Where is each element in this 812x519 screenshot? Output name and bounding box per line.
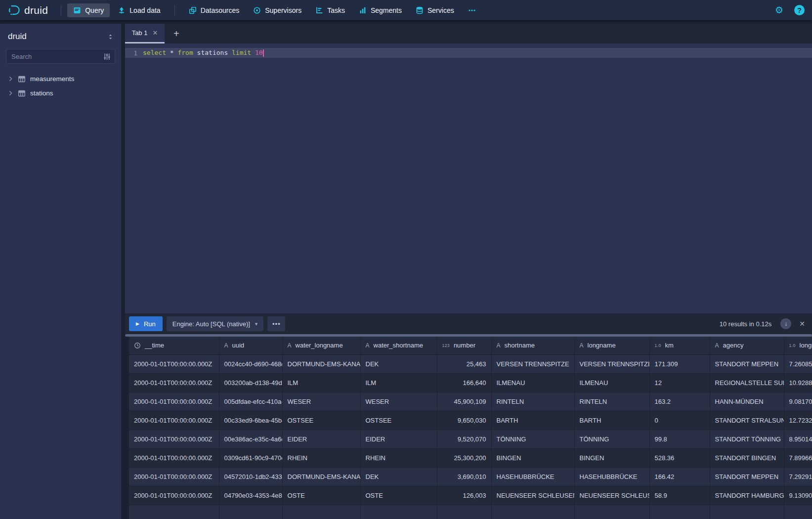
navbar-item-more[interactable]: [462, 3, 482, 17]
new-tab-button[interactable]: +: [173, 28, 179, 40]
sql-query-text: select * from stations limit 10: [143, 49, 264, 57]
navbar-item-label: Query: [85, 6, 104, 14]
services-icon: [416, 6, 424, 14]
cell-agency: REGIONALSTELLE SUHL: [710, 373, 784, 392]
cell-number: 9,650,030: [437, 411, 491, 430]
cell-longitude: 9.081704: [784, 392, 812, 411]
sidebar-table-stations[interactable]: stations: [6, 86, 115, 100]
cell-agency: STANDORT MEPPEN: [710, 467, 784, 486]
cell-water_shortname: DEK: [360, 467, 437, 486]
cell-agency: STANDORT HAMBURG: [710, 486, 784, 505]
column-header-agency[interactable]: Aagency: [710, 337, 784, 354]
cell-number: 9,520,070: [437, 430, 491, 448]
cell-number: 25,463: [437, 354, 491, 373]
cell-km: 528.36: [649, 448, 710, 467]
cell-water_longname: OSTE: [282, 486, 360, 505]
table-icon: [18, 89, 26, 97]
column-header-uuid[interactable]: Auuid: [219, 337, 282, 354]
navbar-item-supervisors[interactable]: Supervisors: [247, 3, 307, 17]
column-header-water_longname[interactable]: Awater_longname: [282, 337, 360, 354]
schema-selector[interactable]: druid: [6, 31, 115, 42]
table-row: 2000-01-01T00:00:00.000Z005dfdae-efcc-41…: [129, 392, 812, 411]
druid-logo[interactable]: druid: [7, 3, 48, 17]
cell-water_shortname: DEK: [360, 354, 437, 373]
column-name: longitude: [800, 342, 812, 349]
sidebar-divider[interactable]: [121, 24, 125, 519]
cell-water_longname: EIDER: [282, 430, 360, 448]
cell-longitude: 9.130902: [784, 486, 812, 505]
nav-divider: [174, 5, 175, 16]
chevron-right-icon[interactable]: [8, 76, 13, 82]
chevron-right-icon[interactable]: [8, 90, 13, 96]
results-left-strip: [125, 337, 129, 519]
double-caret-sort-icon[interactable]: [107, 33, 114, 41]
cell-longitude: 7.292915: [784, 467, 812, 486]
table-label: stations: [30, 89, 53, 97]
cell-water_longname: ILM: [282, 373, 360, 392]
clock-icon: [134, 342, 141, 349]
segments-icon: [359, 6, 367, 14]
cell-water_shortname: OSTE: [360, 486, 437, 505]
cell-km: 0: [649, 411, 710, 430]
navbar-item-label: Load data: [129, 6, 160, 14]
cell-number: 25,300,200: [437, 448, 491, 467]
string-type-icon: A: [224, 342, 228, 349]
string-type-icon: A: [288, 342, 292, 349]
sidebar-table-measurements[interactable]: measurements: [6, 72, 115, 86]
sql-editor[interactable]: 1 select * from stations limit 10: [125, 43, 812, 313]
settings-gear-icon[interactable]: ⚙: [775, 5, 783, 15]
cell-water_shortname: WESER: [360, 392, 437, 411]
schema-title: druid: [8, 32, 27, 42]
cell-water_longname: DORTMUND-EMS-KANA: [282, 467, 360, 486]
cell-longitude: [784, 505, 812, 519]
column-header-number[interactable]: 123number: [437, 337, 491, 354]
navbar-item-load-data[interactable]: Load data: [112, 3, 166, 17]
download-results-icon[interactable]: ↓: [780, 318, 791, 329]
cell-number: 45,900,109: [437, 392, 491, 411]
float-type-icon: 1.0: [655, 343, 661, 348]
schema-sidebar: druid measurementsstations: [0, 24, 121, 519]
column-header-shortname[interactable]: Ashortname: [491, 337, 574, 354]
column-header-__time[interactable]: __time: [129, 337, 219, 354]
query-icon: [73, 6, 81, 14]
column-header-longitude[interactable]: 1.0longitude: [784, 337, 812, 354]
float-type-icon: 1.0: [789, 343, 796, 348]
help-icon[interactable]: ?: [794, 5, 805, 15]
string-type-icon: A: [580, 342, 584, 349]
column-header-longname[interactable]: Alongname: [574, 337, 649, 354]
navbar-item-segments[interactable]: Segments: [353, 3, 408, 17]
cell-water_shortname: OSTSEE: [360, 411, 437, 430]
column-header-water_shortname[interactable]: Awater_shortname: [360, 337, 437, 354]
table-row: 2000-01-01T00:00:00.000Z00e386ac-e35c-4a…: [129, 430, 812, 448]
top-navbar: druid QueryLoad dataDatasourcesSuperviso…: [0, 0, 812, 20]
navbar-item-services[interactable]: Services: [410, 3, 460, 17]
filter-sliders-icon[interactable]: [103, 52, 111, 63]
search-input[interactable]: [6, 49, 115, 64]
cell-km: 166.42: [649, 467, 710, 486]
nav-divider: [61, 5, 61, 16]
tab-close-icon[interactable]: ✕: [152, 29, 158, 37]
run-button[interactable]: ▶ Run: [129, 316, 163, 331]
column-name: __time: [145, 342, 164, 349]
datasources-icon: [189, 6, 197, 14]
cell-longname: [574, 505, 649, 519]
cell-agency: STANDORT BINGEN: [710, 448, 784, 467]
cell-longname: HASEHUBBRÜCKE: [574, 467, 649, 486]
column-header-km[interactable]: 1.0km: [649, 337, 710, 354]
navbar-item-datasources[interactable]: Datasources: [183, 3, 246, 17]
tab-label: Tab 1: [132, 29, 148, 37]
engine-select[interactable]: Engine: Auto [SQL (native)] ▾: [167, 316, 264, 331]
navbar-item-query[interactable]: Query: [67, 3, 110, 17]
table-label: measurements: [30, 75, 74, 83]
cell-uuid: 0024cc40-d690-468d-84: [219, 354, 282, 373]
close-results-icon[interactable]: ✕: [799, 320, 805, 328]
tab-query-1[interactable]: Tab 1 ✕: [125, 24, 165, 43]
run-label: Run: [144, 320, 156, 328]
cell-uuid: 00e386ac-e35c-4a6e-80: [219, 430, 282, 448]
line-number: 1: [125, 49, 143, 57]
tasks-icon: [315, 6, 323, 14]
query-more-button[interactable]: •••: [267, 316, 285, 331]
table-row: 2000-01-01T00:00:00.000Z003200ab-d138-49…: [129, 373, 812, 392]
nav-menu: QueryLoad dataDatasourcesSupervisorsTask…: [67, 3, 481, 17]
navbar-item-tasks[interactable]: Tasks: [309, 3, 351, 17]
